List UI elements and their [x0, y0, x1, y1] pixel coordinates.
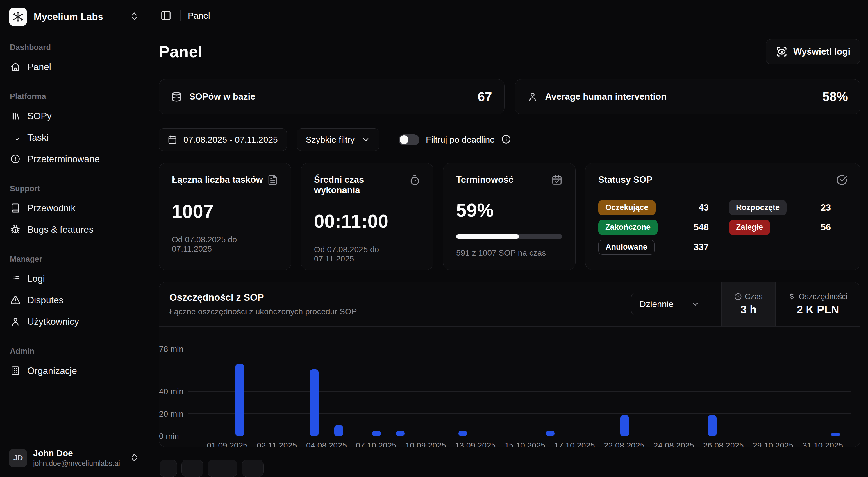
sidebar-nav: DashboardPanelPlatformaSOPyTaskiPrzeterm…: [7, 27, 141, 446]
sidebar-item-sopy[interactable]: SOPy: [7, 106, 141, 126]
chevron-down-icon: [361, 135, 370, 144]
sidebar-item-label: Użytkownicy: [27, 316, 79, 327]
chart-bar[interactable]: [620, 415, 629, 436]
user-icon: [527, 92, 538, 102]
timeliness-progress: [456, 234, 562, 238]
skeleton-pill: [208, 459, 238, 477]
chart-bar[interactable]: [372, 431, 381, 436]
info-icon[interactable]: [501, 134, 511, 145]
sidebar-item-label: Przewodnik: [27, 203, 75, 213]
kpi-card-avg-time: Średni czas wykonania 00:11:00 Od 07.08.…: [301, 163, 433, 270]
sidebar-item-panel[interactable]: Panel: [7, 57, 141, 76]
chart-bar[interactable]: [458, 431, 467, 436]
period-select-value: Dziennie: [640, 299, 674, 309]
stat-tab-value: 2 K PLN: [797, 304, 839, 316]
workspace-name: Mycelium Labs: [34, 11, 123, 22]
sidebar-item-przewodnik[interactable]: Przewodnik: [7, 198, 141, 217]
y-tick-label: 78 min: [159, 344, 184, 354]
nav-section-manager: ManagerLogiDisputesUżytkownicy: [7, 255, 141, 331]
sidebar-item-u-ytkownicy[interactable]: Użytkownicy: [7, 312, 141, 331]
user-name: John Doe: [33, 448, 124, 458]
overview-label: SOPów w bazie: [189, 92, 470, 102]
sidebar-item-przeterminowane[interactable]: Przeterminowane: [7, 149, 141, 169]
status-count: 337: [693, 242, 709, 252]
calendar-icon: [168, 135, 177, 144]
sidebar-item-label: Bugs & features: [27, 224, 94, 235]
stat-tab-label: Oszczędności: [799, 292, 847, 301]
stat-tab-oszcz-dno-ci[interactable]: Oszczędności2 K PLN: [775, 282, 860, 326]
main-content: Panel Panel Wyświetl logi SOPów w bazie6…: [148, 0, 868, 477]
x-tick-label: 17.10.2025: [554, 441, 595, 447]
chart-bar[interactable]: [708, 415, 717, 436]
sidebar-item-bugs-features[interactable]: Bugs & features: [7, 220, 141, 239]
sidebar-item-taski[interactable]: Taski: [7, 128, 141, 147]
overview-value: 67: [478, 90, 492, 104]
sidebar-item-label: SOPy: [27, 111, 52, 122]
nav-section-support: SupportPrzewodnikBugs & features: [7, 184, 141, 239]
filter-row: 07.08.2025 - 07.11.2025 Szybkie filtry F…: [159, 128, 861, 151]
sidebar-item-label: Przeterminowane: [27, 154, 100, 164]
status-cell-empty: [729, 240, 831, 255]
gridline-78: 78 min: [188, 349, 851, 349]
kpi-value: 59%: [456, 200, 562, 221]
sidebar-item-logi[interactable]: Logi: [7, 269, 141, 288]
view-logs-button[interactable]: Wyświetl logi: [766, 39, 861, 65]
x-tick-label: 31.10.2025: [802, 441, 843, 447]
period-select[interactable]: Dziennie: [631, 293, 708, 315]
chart-bar[interactable]: [334, 425, 343, 436]
workspace-switcher[interactable]: Mycelium Labs: [7, 6, 141, 27]
nav-section-platforma: PlatformaSOPyTaskiPrzeterminowane: [7, 92, 141, 169]
status-badge: Anulowane: [598, 240, 655, 255]
kpi-subtitle: Od 07.08.2025 do 07.11.2025: [172, 235, 278, 253]
chart-bar[interactable]: [396, 431, 405, 436]
x-tick-label: 04.08.2025: [306, 441, 347, 447]
scan-eye-icon: [776, 46, 787, 58]
overview-value: 58%: [823, 90, 848, 104]
user-icon: [10, 317, 20, 327]
sidebar-item-organizacje[interactable]: Organizacje: [7, 361, 141, 380]
sidebar-item-disputes[interactable]: Disputes: [7, 291, 141, 310]
chevron-down-icon: [691, 300, 700, 308]
user-email: john.doe@myceliumlabs.ai: [33, 459, 124, 468]
page-title: Panel: [159, 42, 203, 61]
overview-cards: SOPów w bazie67Average human interventio…: [159, 79, 861, 114]
topbar-divider: [180, 10, 181, 22]
gridline-20: 20 min: [188, 413, 851, 414]
quick-filters-dropdown[interactable]: Szybkie filtry: [297, 128, 379, 151]
y-tick-label: 0 min: [159, 432, 184, 441]
chart-bar[interactable]: [236, 364, 244, 436]
nav-section-label: Dashboard: [7, 43, 141, 52]
stat-tab-czas[interactable]: Czas3 h: [721, 282, 775, 326]
status-badge: Zakończone: [598, 220, 657, 235]
sidebar-item-label: Taski: [27, 132, 49, 143]
timer-icon: [409, 175, 420, 185]
calendar-check-icon: [552, 175, 562, 185]
date-range-value: 07.08.2025 - 07.11.2025: [183, 135, 278, 145]
chart-bar[interactable]: [831, 433, 840, 436]
x-tick-label: 13.09.2025: [455, 441, 496, 447]
chart-bar[interactable]: [310, 369, 319, 436]
chart-bar[interactable]: [546, 431, 555, 436]
user-menu[interactable]: JD John Doe john.doe@myceliumlabs.ai: [7, 446, 141, 470]
deadline-toggle[interactable]: [399, 134, 420, 145]
date-range-picker[interactable]: 07.08.2025 - 07.11.2025: [159, 128, 287, 151]
toggle-knob: [400, 135, 408, 144]
status-badge: Zaległe: [729, 220, 770, 235]
overview-card-average-human-intervention: Average human intervention58%: [515, 79, 861, 114]
nav-section-label: Admin: [7, 347, 141, 356]
status-badge: Rozpoczęte: [729, 200, 786, 215]
status-row-zako-czone: Zakończone548: [598, 220, 709, 235]
panel-left-icon: [160, 10, 172, 21]
stat-tab-label: Czas: [745, 292, 763, 301]
skeleton-pill: [160, 459, 177, 477]
sidebar-toggle-button[interactable]: [159, 8, 173, 23]
savings-chart-card: Oszczędności z SOP Łączne oszczędności z…: [159, 282, 861, 447]
kpi-subtitle: 591 z 1007 SOP na czas: [456, 248, 562, 258]
kpi-title: Terminowość: [456, 175, 514, 185]
dollar-icon: [788, 293, 796, 300]
deadline-filter-group: Filtruj po deadline: [399, 134, 511, 145]
status-badge: Oczekujące: [598, 200, 655, 215]
y-tick-label: 40 min: [159, 387, 184, 396]
clock-icon: [734, 293, 742, 300]
brand-logo: [9, 7, 27, 26]
